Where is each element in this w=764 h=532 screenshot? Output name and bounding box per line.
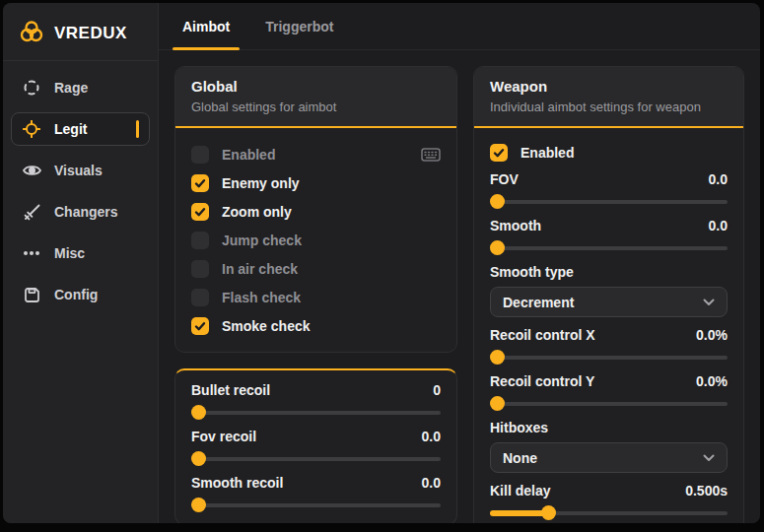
sidebar-item-legit[interactable]: Legit bbox=[11, 112, 150, 146]
hitboxes-dropdown[interactable]: None bbox=[490, 442, 728, 473]
checkbox[interactable] bbox=[191, 317, 209, 335]
checkbox-label: Enabled bbox=[222, 147, 275, 163]
checkbox-row-weapon-enabled[interactable]: Enabled bbox=[490, 140, 728, 166]
card-title: Global bbox=[191, 78, 441, 95]
slider-thumb[interactable] bbox=[191, 405, 206, 420]
checkbox-row-enemy-only[interactable]: Enemy only bbox=[191, 168, 441, 197]
rage-crosshair-icon bbox=[22, 79, 41, 97]
checkbox-label: Smoke check bbox=[222, 318, 311, 334]
slider-thumb[interactable] bbox=[490, 350, 505, 365]
slider-thumb[interactable] bbox=[490, 396, 505, 411]
slider-track bbox=[490, 200, 728, 204]
check-icon bbox=[194, 320, 206, 332]
recoil-control-x-group: Recoil control X 0.0% bbox=[490, 327, 728, 365]
fov-recoil-slider[interactable] bbox=[191, 451, 441, 466]
kill-delay-slider[interactable] bbox=[490, 505, 728, 520]
slider-label: FOV bbox=[490, 171, 519, 187]
slider-thumb[interactable] bbox=[490, 240, 505, 255]
checkbox-row-enabled[interactable]: Enabled bbox=[191, 140, 441, 168]
hitboxes-label: Hitboxes bbox=[490, 420, 728, 435]
smooth-group: Smooth 0.0 bbox=[490, 218, 728, 255]
slider-thumb[interactable] bbox=[191, 451, 206, 466]
slider-value: 0.0 bbox=[709, 218, 728, 233]
checkbox-label: Jump check bbox=[222, 233, 302, 248]
tab-aimbot[interactable]: Aimbot bbox=[173, 3, 240, 49]
recoil-card: Bullet recoil 0 Fov recoil bbox=[174, 368, 457, 523]
slider-value: 0.0 bbox=[422, 475, 441, 491]
slider-label: Bullet recoil bbox=[191, 382, 270, 398]
sidebar-item-visuals[interactable]: Visuals bbox=[11, 154, 150, 187]
slider-label: Kill delay bbox=[490, 483, 550, 499]
slider-head: Fov recoil 0.0 bbox=[191, 429, 441, 444]
slider-thumb[interactable] bbox=[490, 194, 505, 209]
checkbox-row-jump-check[interactable]: Jump check bbox=[191, 226, 441, 254]
tab-triggerbot[interactable]: Triggerbot bbox=[255, 3, 343, 49]
checkbox[interactable] bbox=[490, 144, 508, 162]
keyboard-icon[interactable] bbox=[421, 148, 441, 162]
check-icon bbox=[194, 177, 206, 189]
checkbox-label: In air check bbox=[222, 261, 298, 277]
slider-value: 0 bbox=[433, 382, 441, 398]
recoil-control-y-group: Recoil control Y 0.0% bbox=[490, 373, 728, 411]
bullet-recoil-group: Bullet recoil 0 bbox=[191, 382, 441, 420]
recoil-control-y-slider[interactable] bbox=[490, 396, 728, 411]
slider-thumb[interactable] bbox=[541, 505, 556, 520]
fov-recoil-group: Fov recoil 0.0 bbox=[191, 429, 441, 466]
checkbox[interactable] bbox=[191, 260, 209, 278]
fov-slider[interactable] bbox=[490, 194, 728, 209]
checkbox-label: Flash check bbox=[222, 290, 301, 305]
checkbox-row-smoke-check[interactable]: Smoke check bbox=[191, 311, 441, 340]
recoil-control-x-slider[interactable] bbox=[490, 350, 728, 365]
slider-track bbox=[490, 356, 728, 360]
sidebar-item-config[interactable]: Config bbox=[11, 278, 150, 311]
smooth-recoil-slider[interactable] bbox=[191, 498, 441, 512]
card-subtitle: Individual aimbot settings for weapon bbox=[490, 100, 728, 114]
global-card-body: Enabled Enemy only bbox=[175, 128, 456, 352]
checkbox-row-zoom-only[interactable]: Zoom only bbox=[191, 197, 441, 226]
sidebar-item-label: Visuals bbox=[54, 163, 103, 178]
smooth-recoil-group: Smooth recoil 0.0 bbox=[191, 475, 441, 512]
smooth-type-dropdown[interactable]: Decrement bbox=[490, 287, 728, 317]
slider-track bbox=[191, 503, 441, 507]
slider-label: Smooth bbox=[490, 218, 541, 233]
checkbox[interactable] bbox=[191, 146, 209, 164]
slider-track bbox=[191, 411, 441, 415]
slider-track bbox=[490, 402, 728, 406]
vredux-logo-icon bbox=[19, 19, 44, 48]
checkbox[interactable] bbox=[191, 203, 209, 221]
slider-label: Recoil control Y bbox=[490, 373, 594, 389]
bullet-recoil-slider[interactable] bbox=[191, 405, 441, 420]
global-card: Global Global settings for aimbot Enable… bbox=[174, 66, 457, 353]
dots-icon bbox=[22, 250, 41, 256]
slider-value: 0.0% bbox=[696, 327, 728, 343]
active-indicator-bar bbox=[136, 120, 139, 138]
sidebar-item-changers[interactable]: Changers bbox=[11, 195, 150, 229]
slider-head: Kill delay 0.500s bbox=[490, 483, 728, 499]
slider-label: Recoil control X bbox=[490, 327, 595, 343]
kill-delay-group: Kill delay 0.500s bbox=[490, 483, 728, 520]
sidebar-item-rage[interactable]: Rage bbox=[11, 71, 150, 104]
checkbox-row-flash-check[interactable]: Flash check bbox=[191, 283, 441, 311]
checkbox[interactable] bbox=[191, 174, 209, 192]
sidebar: VREDUX Rage Legit bbox=[3, 3, 159, 523]
checkbox-label: Zoom only bbox=[222, 204, 292, 220]
checkbox[interactable] bbox=[191, 289, 209, 306]
tab-label: Triggerbot bbox=[265, 19, 333, 34]
slider-head: Smooth 0.0 bbox=[490, 218, 728, 233]
chevron-down-icon bbox=[703, 299, 715, 306]
sword-icon bbox=[22, 204, 41, 221]
sidebar-item-label: Changers bbox=[54, 204, 118, 220]
slider-label: Smooth recoil bbox=[191, 475, 283, 491]
brand-name: VREDUX bbox=[54, 24, 127, 43]
checkbox-row-in-air-check[interactable]: In air check bbox=[191, 254, 441, 283]
sidebar-item-label: Legit bbox=[54, 121, 87, 137]
smooth-slider[interactable] bbox=[490, 240, 728, 255]
slider-thumb[interactable] bbox=[191, 498, 206, 512]
eye-icon bbox=[22, 164, 41, 177]
sidebar-item-label: Rage bbox=[54, 80, 88, 96]
chevron-down-icon bbox=[703, 454, 715, 462]
check-icon bbox=[194, 206, 206, 218]
sidebar-item-misc[interactable]: Misc bbox=[11, 236, 150, 270]
checkbox[interactable] bbox=[191, 232, 209, 249]
global-card-header: Global Global settings for aimbot bbox=[175, 67, 456, 128]
